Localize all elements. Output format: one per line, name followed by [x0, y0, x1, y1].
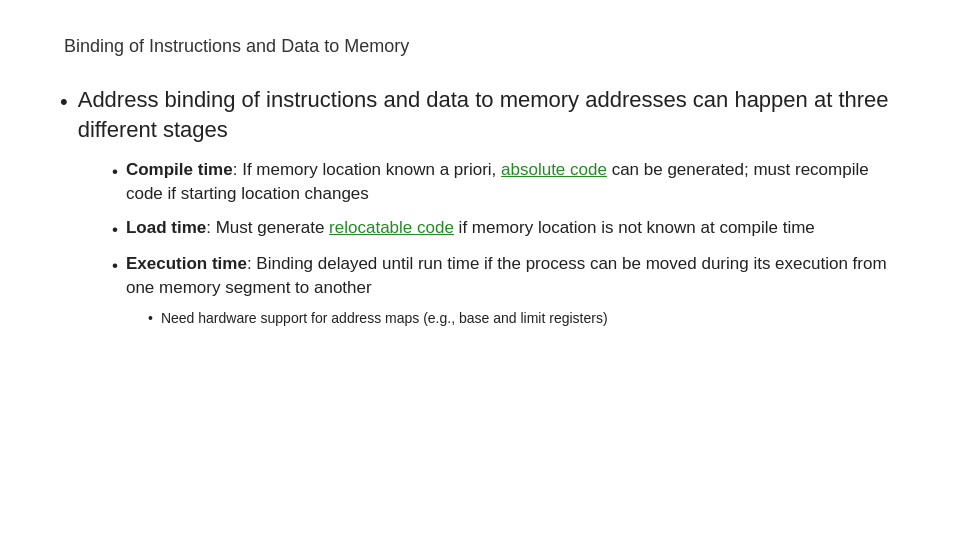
- compile-bullet-dot: •: [112, 160, 118, 184]
- execution-bullet-text: Execution time: Binding delayed until ru…: [126, 252, 900, 300]
- slide-title: Binding of Instructions and Data to Memo…: [60, 36, 900, 57]
- compile-time-text-before: If memory location known a priori,: [237, 160, 501, 179]
- load-bullet-text: Load time: Must generate relocatable cod…: [126, 216, 900, 240]
- load-time-bullet: • Load time: Must generate relocatable c…: [112, 216, 900, 242]
- compile-time-bullet: • Compile time: If memory location known…: [112, 158, 900, 206]
- load-time-text-before: Must generate: [211, 218, 329, 237]
- sub-bullets-container: • Compile time: If memory location known…: [60, 158, 900, 329]
- execution-time-bullet: • Execution time: Binding delayed until …: [112, 252, 900, 300]
- load-time-link: relocatable code: [329, 218, 454, 237]
- load-time-text-after: if memory location is not known at compi…: [454, 218, 815, 237]
- execution-bullet-dot: •: [112, 254, 118, 278]
- compile-time-label: Compile time: [126, 160, 233, 179]
- compile-time-link: absolute code: [501, 160, 607, 179]
- hardware-bullet-text: Need hardware support for address maps (…: [161, 309, 608, 329]
- hardware-support-bullet: • Need hardware support for address maps…: [148, 309, 900, 329]
- main-bullet-dot: •: [60, 87, 68, 117]
- load-bullet-dot: •: [112, 218, 118, 242]
- execution-time-label: Execution time: [126, 254, 247, 273]
- load-time-label: Load time: [126, 218, 206, 237]
- hardware-bullet-dot: •: [148, 309, 153, 329]
- compile-bullet-text: Compile time: If memory location known a…: [126, 158, 900, 206]
- slide: Binding of Instructions and Data to Memo…: [0, 0, 960, 540]
- main-bullet: • Address binding of instructions and da…: [60, 85, 900, 144]
- main-bullet-text: Address binding of instructions and data…: [78, 85, 900, 144]
- sub-sub-bullets-container: • Need hardware support for address maps…: [112, 309, 900, 329]
